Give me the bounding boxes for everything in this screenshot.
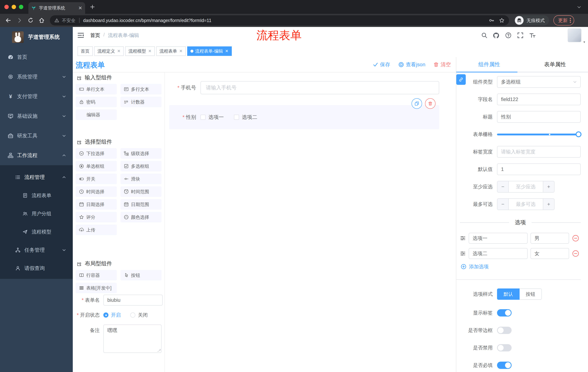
required-toggle[interactable] xyxy=(497,362,512,369)
increase-button[interactable]: + xyxy=(543,199,554,210)
border-toggle[interactable] xyxy=(497,327,512,334)
max-select-stepper[interactable]: −最多可选+ xyxy=(497,198,555,210)
palette-item-row-container[interactable]: 行容器 xyxy=(76,270,117,280)
canvas-field-phone[interactable]: 手机号 请输入手机号 xyxy=(169,81,439,94)
palette-item-slider[interactable]: 滑块 xyxy=(120,174,162,184)
sidebar-item-system[interactable]: 系统管理 xyxy=(0,67,73,87)
palette-item-time-range[interactable]: 时间范围 xyxy=(120,186,162,197)
tabstrip-chevron-icon[interactable] xyxy=(577,5,581,10)
palette-item-cascader[interactable]: 级联选择 xyxy=(120,148,162,159)
remove-option-icon[interactable] xyxy=(572,250,579,257)
search-icon[interactable] xyxy=(481,32,488,39)
palette-item-checkbox-group[interactable]: 多选框组 xyxy=(120,161,162,171)
palette-item-switch[interactable]: 开关 xyxy=(76,174,117,184)
password-key-icon[interactable] xyxy=(489,18,494,23)
sidebar-item-user-group[interactable]: 用户分组 xyxy=(0,205,73,223)
new-tab-button[interactable] xyxy=(90,4,95,10)
close-window-button[interactable] xyxy=(4,5,9,9)
sidebar-item-task-mgmt[interactable]: 任务管理 xyxy=(0,241,73,259)
sidebar-item-devtools[interactable]: 研发工具 xyxy=(0,126,73,146)
tag-close-icon[interactable]: ✕ xyxy=(117,49,120,53)
update-button[interactable]: 更新 xyxy=(553,15,574,25)
decrease-button[interactable]: − xyxy=(497,199,509,210)
bookmark-star-icon[interactable] xyxy=(499,18,505,23)
grid-slider[interactable] xyxy=(497,128,581,140)
sidebar-item-flow-model[interactable]: 流程模型 xyxy=(0,223,73,241)
palette-item-rate[interactable]: 评分 xyxy=(76,212,117,223)
tag-flow-model[interactable]: 流程模型✕ xyxy=(125,46,155,56)
palette-item-editor[interactable]: 编辑器 xyxy=(76,109,117,120)
label-width-input[interactable]: 请输入标签宽度 xyxy=(497,146,581,158)
palette-item-radio-group[interactable]: 单选框组 xyxy=(76,161,117,171)
clear-button[interactable]: 清空 xyxy=(433,61,451,68)
palette-item-color-picker[interactable]: 颜色选择 xyxy=(120,212,162,223)
tab-form-props[interactable]: 表单属性 xyxy=(522,57,588,72)
sidebar-item-workflow[interactable]: 工作流程 xyxy=(0,146,73,165)
component-type-select[interactable]: 多选框组 xyxy=(497,76,581,88)
drag-handle-icon[interactable] xyxy=(460,251,466,256)
browser-tab[interactable]: 芋道管理系统 ✕ xyxy=(28,2,85,14)
link-toggle-button[interactable] xyxy=(456,74,466,85)
style-button-button[interactable]: 按钮 xyxy=(520,288,542,300)
option-label-input[interactable]: 选项二 xyxy=(469,248,528,259)
show-label-toggle[interactable] xyxy=(497,309,512,317)
resize-grip[interactable] xyxy=(158,349,160,352)
tag-close-icon[interactable]: ✕ xyxy=(179,49,182,53)
home-button[interactable] xyxy=(39,17,45,23)
phone-input[interactable]: 请输入手机号 xyxy=(200,81,439,94)
security-label[interactable]: 不安全 xyxy=(62,18,75,23)
style-default-button[interactable]: 默认 xyxy=(497,288,520,300)
palette-item-single-text[interactable]: 单行文本 xyxy=(76,84,117,95)
tag-flow-definition[interactable]: 流程定义✕ xyxy=(94,46,124,56)
status-off-radio[interactable] xyxy=(130,312,135,318)
palette-item-table[interactable]: 表格[开发中] xyxy=(76,283,117,293)
tag-flow-form[interactable]: 流程表单✕ xyxy=(156,46,186,56)
tag-close-icon[interactable]: ✕ xyxy=(148,49,151,53)
maximize-window-button[interactable] xyxy=(19,5,23,9)
palette-item-select[interactable]: 下拉选择 xyxy=(76,148,117,159)
remark-textarea[interactable]: 嘿嘿 xyxy=(103,325,162,353)
increase-button[interactable]: + xyxy=(543,181,554,192)
reload-button[interactable] xyxy=(28,18,33,23)
status-on-radio[interactable] xyxy=(103,312,108,318)
delete-component-button[interactable] xyxy=(425,98,436,109)
tag-flow-form-edit[interactable]: 流程表单-编辑✕ xyxy=(187,46,231,56)
hamburger-icon[interactable] xyxy=(77,32,84,39)
palette-item-date-picker[interactable]: 日期选择 xyxy=(76,199,117,210)
sidebar-item-flow-form[interactable]: 流程表单 xyxy=(0,186,73,205)
breadcrumb-home[interactable]: 首页 xyxy=(90,32,100,39)
option-label-input[interactable]: 选项一 xyxy=(469,233,528,244)
option-value-input[interactable]: 女 xyxy=(531,248,569,259)
copy-component-button[interactable] xyxy=(411,98,422,109)
drag-handle-icon[interactable] xyxy=(460,235,466,241)
help-icon[interactable] xyxy=(505,32,512,39)
slider-handle[interactable] xyxy=(576,131,581,137)
forward-button[interactable] xyxy=(16,17,22,23)
font-size-icon[interactable] xyxy=(529,32,536,39)
browser-menu-icon[interactable] xyxy=(570,18,571,23)
disabled-toggle[interactable] xyxy=(497,344,512,351)
palette-item-button[interactable]: 按钮 xyxy=(120,270,162,280)
field-name-input[interactable]: field122 xyxy=(497,94,581,105)
min-select-stepper[interactable]: −至少应选+ xyxy=(497,181,555,192)
sidebar-item-pay[interactable]: ¥ 支付管理 xyxy=(0,87,73,106)
palette-item-password[interactable]: 密码 xyxy=(76,97,117,107)
sidebar-item-infra[interactable]: 基础设施 xyxy=(0,106,73,126)
add-option-button[interactable]: 添加选项 xyxy=(461,263,581,270)
github-icon[interactable] xyxy=(493,32,500,39)
option-value-input[interactable]: 男 xyxy=(531,233,569,244)
tab-close-icon[interactable]: ✕ xyxy=(78,5,82,11)
tag-close-icon[interactable]: ✕ xyxy=(225,49,228,53)
url-text[interactable]: dashboard.yudao.iocoder.cn/bpm/manager/f… xyxy=(83,18,484,23)
form-name-input[interactable]: biubiu xyxy=(103,295,163,306)
title-input[interactable]: 性别 xyxy=(497,111,581,123)
view-json-button[interactable]: 查看json xyxy=(398,61,425,68)
canvas-field-gender-selected[interactable]: 性别 选项一 选项二 xyxy=(169,105,439,129)
gender-option1-checkbox[interactable]: 选项一 xyxy=(200,114,224,121)
default-value-input[interactable]: 1 xyxy=(497,163,581,175)
palette-item-upload[interactable]: 上传 xyxy=(76,224,117,235)
palette-item-counter[interactable]: 123计数器 xyxy=(120,97,162,107)
palette-item-time-picker[interactable]: 时间选择 xyxy=(76,186,117,197)
incognito-badge[interactable]: 无痕模式 xyxy=(514,15,549,25)
address-bar[interactable]: 不安全 dashboard.yudao.iocoder.cn/bpm/manag… xyxy=(50,15,509,25)
